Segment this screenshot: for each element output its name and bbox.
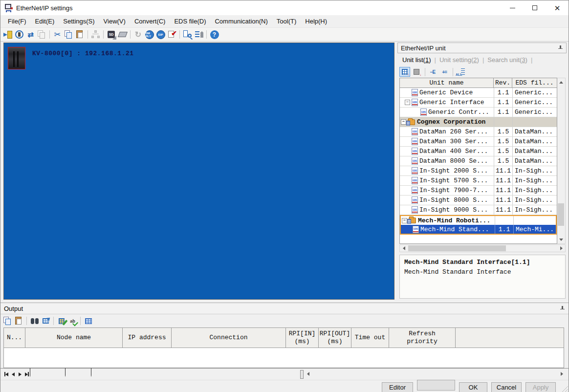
maximize-button[interactable] [524, 0, 546, 15]
copy-unit-settings-icon[interactable] [37, 29, 47, 40]
unit-monitor-icon[interactable] [14, 29, 24, 40]
tab-setup-list[interactable]: Setup list [91, 369, 133, 379]
tab-message[interactable]: Message [30, 369, 69, 379]
grid-view-icon[interactable] [83, 316, 93, 326]
expand-all-icon[interactable]: ALL [455, 67, 466, 77]
expander-icon[interactable] [405, 100, 410, 105]
spell-check-icon[interactable]: ab [67, 316, 78, 326]
unit-row[interactable]: EDSGeneric Interface1.1Generic... [400, 98, 557, 108]
unit-row[interactable]: EDSDataMan 300 Ser...1.5DataMan... [400, 137, 557, 147]
unit-row[interactable]: EDSDataMan 400 Ser...1.5DataMan... [400, 147, 557, 156]
apply-button[interactable]: Apply [525, 382, 556, 392]
unit-name: In-Sight 2000 S... [419, 167, 488, 174]
unit-row[interactable]: EDSIn-Sight 5700 S...11.1In-Sigh... [400, 176, 557, 186]
copy-icon[interactable] [64, 29, 74, 40]
close-button[interactable]: ✕ [546, 0, 569, 15]
eip-refresh-icon[interactable]: EIP [155, 29, 166, 40]
display-order-icon[interactable]: ↓ [399, 67, 410, 77]
copy-output-icon[interactable] [2, 316, 13, 326]
menu-eds-file-d[interactable]: EDS file(D) [170, 16, 210, 26]
eds-file-icon: EDS [412, 157, 418, 165]
scroll-left-arrow[interactable] [400, 245, 408, 252]
edit-cell-icon[interactable] [56, 316, 66, 326]
unit-row[interactable]: EDSIn-Sight 2000 S...11.1In-Sigh... [400, 166, 557, 176]
vertical-scroll-thumb[interactable] [558, 203, 564, 226]
tab-unit-setting-2[interactable]: Unit setting(2) [438, 54, 481, 65]
eds-file-icon: EDS [412, 167, 418, 174]
unit-row[interactable]: EDSGeneric Contr...1.1Generic... [400, 108, 557, 117]
menu-convert-c[interactable]: Convert(C) [130, 16, 170, 26]
ok-button[interactable]: OK [459, 382, 487, 392]
verify-relay-settings-icon[interactable]: ✔ [167, 29, 177, 40]
dm-relay-refresh-icon[interactable]: DM RLY [144, 29, 154, 40]
next-tab-button[interactable] [17, 370, 23, 378]
tab-unit-list-1[interactable]: Unit list(1) [400, 54, 433, 65]
scroll-down-arrow[interactable] [557, 236, 565, 243]
plc-device-node[interactable]: KV-8000[0] : 192.168.1.21 [8, 47, 134, 69]
unit-row[interactable]: EDSDataMan 260 Ser...1.5DataMan... [400, 127, 557, 137]
display-order-gray-icon[interactable]: ↓ [411, 67, 422, 77]
unit-row[interactable]: EDSDataMan 8000 Se...1.5DataMan... [400, 156, 557, 166]
scroll-right-arrow[interactable] [557, 245, 565, 252]
network-configuration-icon[interactable] [90, 29, 101, 40]
previous-tab-button[interactable] [10, 370, 17, 378]
cancel-button[interactable]: Cancel [491, 382, 522, 392]
menu-view-v[interactable]: View(V) [99, 16, 130, 26]
cut-icon[interactable]: ✂ [52, 29, 63, 40]
output-table-header: N...Node nameIP addressConnectionRPI[IN]… [3, 327, 564, 348]
toolbar-separator [88, 30, 88, 39]
clear-settings-icon[interactable] [117, 29, 128, 40]
resize-grip[interactable] [561, 385, 568, 392]
sd-card-settings-icon[interactable]: SD [106, 29, 116, 40]
unit-rev [495, 216, 513, 225]
output-table-body[interactable] [3, 348, 564, 368]
list-settings-icon[interactable] [194, 29, 204, 40]
editor-button[interactable]: Editor [382, 382, 413, 392]
last-tab-button[interactable] [23, 370, 30, 378]
tab-search-unit-3[interactable]: Search unit(3) [485, 54, 529, 65]
output-pin-icon[interactable] [560, 305, 565, 311]
expand-tree-icon[interactable]: += [439, 67, 450, 77]
tabbar-scroll-left-arrow[interactable] [305, 370, 312, 377]
search-unit-list-icon[interactable] [182, 29, 193, 40]
expander-icon[interactable] [402, 218, 407, 223]
refresh-disabled-icon[interactable]: ↻ [133, 29, 143, 40]
unit-row[interactable]: EDSIn-Sight 7900-7...11.1In-Sigh... [400, 186, 557, 196]
scroll-up-arrow[interactable] [557, 78, 565, 86]
unit-row[interactable]: EDSIn-Sight 8000 S...11.1In-Sigh... [400, 196, 557, 205]
unit-row[interactable]: EDSGeneric Device1.1Generic... [400, 88, 557, 98]
menu-communication-n[interactable]: Communication(N) [210, 16, 272, 26]
output-panel-title: Output [4, 305, 23, 312]
paste-output-icon[interactable] [14, 316, 24, 326]
tabbar-scroll-right-arrow[interactable] [558, 370, 566, 377]
pin-icon[interactable] [558, 45, 563, 51]
unit-row[interactable]: EDSIn-Sight 9000 S...11.1In-Sigh... [400, 205, 557, 215]
expander-icon[interactable] [401, 119, 406, 125]
import-unit-icon[interactable] [3, 29, 13, 40]
tabbar-splitter[interactable] [300, 370, 304, 379]
blank-button[interactable] [417, 380, 455, 391]
minimize-button[interactable] [501, 0, 524, 15]
tabbar-horizontal-scrollbar[interactable] [305, 370, 566, 378]
collapse-tree-icon[interactable]: −E [427, 67, 438, 77]
menu-file-f[interactable]: File(F) [3, 16, 31, 26]
menu-tool-t[interactable]: Tool(T) [272, 16, 301, 26]
unit-list-vertical-scrollbar[interactable] [557, 78, 566, 244]
menu-edit-e[interactable]: Edit(E) [31, 16, 59, 26]
unit-row[interactable]: EDSMech-Mind Stand...1.1Mech-Mi... [400, 225, 557, 235]
horizontal-scroll-thumb[interactable] [408, 245, 506, 251]
unit-group-row[interactable]: Mech-Mind Roboti... [400, 215, 557, 225]
unit-name: DataMan 400 Ser... [419, 148, 488, 155]
unit-list-horizontal-scrollbar[interactable] [399, 244, 566, 252]
help-icon[interactable]: ? [209, 29, 219, 40]
paste-icon[interactable] [75, 29, 85, 40]
find-icon[interactable] [29, 316, 40, 326]
unit-group-row[interactable]: Cognex Corporation [400, 117, 557, 127]
jump-to-icon[interactable] [41, 316, 51, 326]
first-tab-button[interactable] [3, 370, 10, 378]
unit-transfer-icon[interactable]: ⇄ [25, 29, 36, 40]
network-canvas[interactable]: KV-8000[0] : 192.168.1.21 [3, 43, 394, 300]
menu-settings-s[interactable]: Settings(S) [59, 16, 99, 26]
menu-help-h[interactable]: Help(H) [301, 16, 331, 26]
eds-file-icon: EDS [412, 177, 418, 184]
